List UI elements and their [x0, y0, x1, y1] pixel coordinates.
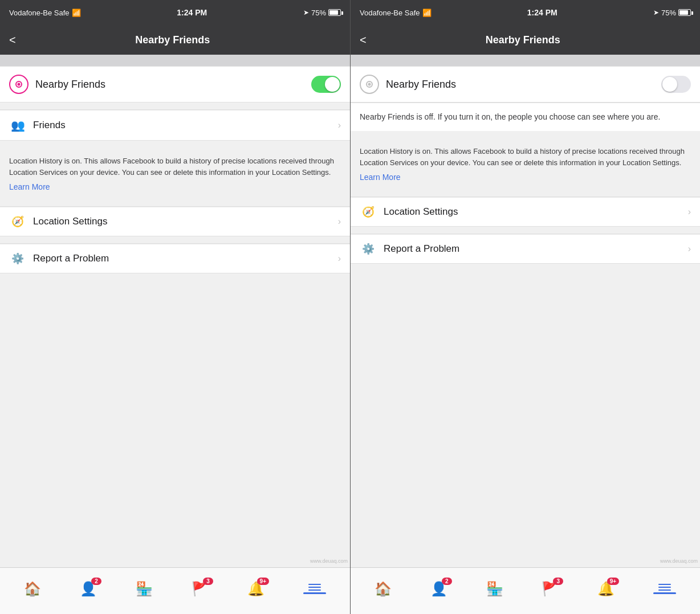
friends-row-left[interactable]: 👥 Friends › — [0, 110, 350, 140]
flag-badge-left: 3 — [203, 578, 213, 585]
toggle-switch-right[interactable] — [661, 76, 691, 93]
nav-bell-left[interactable]: 🔔 9+ — [243, 579, 269, 599]
active-bar-right — [653, 592, 676, 594]
store-icon-left: 🏪 — [136, 581, 153, 597]
nav-friends-left[interactable]: 👤 2 — [75, 579, 101, 599]
bell-badge-left: 9+ — [257, 578, 269, 585]
spacer-left — [0, 273, 350, 567]
status-right-right: ➤ 75% — [653, 9, 691, 17]
nav-home-right[interactable]: 🏠 — [370, 579, 396, 599]
nearby-dot-right — [366, 81, 373, 88]
nearby-dot-left — [15, 81, 22, 88]
info-text-right: Nearby Friends is off. If you turn it on… — [351, 103, 700, 131]
report-section-left: ⚙️ Report a Problem › — [0, 243, 350, 273]
location-row-left[interactable]: 🧭 Location Settings › — [0, 207, 350, 236]
watermark-left: www.deuaq.com — [310, 558, 348, 564]
nav-store-left[interactable]: 🏪 — [131, 579, 157, 599]
spacer-right — [351, 264, 700, 567]
location-chevron-left: › — [338, 216, 341, 227]
location-icon-menu-right: 🧭 — [360, 206, 377, 218]
location-section-left: 🧭 Location Settings › — [0, 206, 350, 236]
learn-more-left[interactable]: Learn More — [9, 182, 341, 191]
status-left-right: Vodafone-Be Safe 📶 — [360, 9, 432, 17]
battery-icon-right — [678, 9, 691, 16]
watermark-right: www.deuaq.com — [660, 558, 698, 564]
location-label-right: Location Settings — [384, 206, 688, 218]
back-button-left[interactable]: < — [9, 34, 16, 47]
report-chevron-left: › — [338, 253, 341, 264]
nav-flag-left[interactable]: 🚩 3 — [187, 579, 213, 599]
bottom-nav-right: 🏠 👤 2 🏪 🚩 3 🔔 9+ — [351, 567, 700, 614]
left-panel: Vodafone-Be Safe 📶 1:24 PM ➤ 75% < Nearb… — [0, 0, 350, 614]
nav-title-right: Nearby Friends — [376, 34, 670, 46]
report-section-right: ⚙️ Report a Problem › — [351, 234, 700, 264]
battery-icon-left — [328, 9, 341, 16]
carrier-right: Vodafone-Be Safe — [360, 9, 420, 17]
content-right: Nearby Friends Nearby Friends is off. If… — [351, 55, 700, 567]
back-button-right[interactable]: < — [360, 34, 367, 47]
battery-percent-right: 75% — [661, 9, 676, 17]
location-chevron-right: › — [688, 207, 691, 217]
battery-percent-left: 75% — [311, 9, 326, 17]
time-left: 1:24 PM — [177, 8, 207, 17]
gap1-left — [0, 103, 350, 109]
status-bar-right: Vodafone-Be Safe 📶 1:24 PM ➤ 75% — [351, 0, 700, 25]
status-right-left: ➤ 75% — [303, 9, 341, 17]
home-icon-left: 🏠 — [24, 581, 41, 597]
location-icon-left: ➤ — [303, 9, 309, 17]
carrier-left: Vodafone-Be Safe — [9, 9, 70, 17]
toggle-thumb-left — [325, 77, 340, 92]
gap4-left — [0, 236, 350, 243]
nav-bar-left: < Nearby Friends — [0, 25, 350, 55]
nav-flag-right[interactable]: 🚩 3 — [537, 579, 563, 599]
toggle-label-left: Nearby Friends — [35, 79, 311, 91]
top-gray-right — [351, 55, 700, 66]
toggle-label-right: Nearby Friends — [386, 79, 661, 91]
bell-badge-right: 9+ — [607, 578, 619, 585]
location-icon-menu-left: 🧭 — [9, 215, 26, 228]
nearby-icon-left — [9, 75, 29, 94]
desc-section-right: Location History is on. This allows Face… — [351, 138, 700, 190]
menu-icon-right — [658, 584, 671, 591]
nav-bar-right: < Nearby Friends — [351, 25, 700, 55]
time-right: 1:24 PM — [527, 8, 557, 17]
desc-text-left: Location History is on. This allows Face… — [9, 157, 334, 177]
desc-section-left: Location History is on. This allows Face… — [0, 148, 350, 199]
nearby-icon-right — [360, 75, 379, 94]
menu-icon-left — [308, 584, 321, 591]
report-row-right[interactable]: ⚙️ Report a Problem › — [351, 234, 700, 263]
location-row-right[interactable]: 🧭 Location Settings › — [351, 197, 700, 226]
home-icon-right: 🏠 — [375, 581, 392, 597]
report-chevron-right: › — [688, 244, 691, 254]
gap2-left — [0, 141, 350, 148]
status-left-left: Vodafone-Be Safe 📶 — [9, 9, 81, 17]
nav-title-left: Nearby Friends — [25, 34, 320, 46]
learn-more-right[interactable]: Learn More — [360, 173, 691, 182]
toggle-switch-left[interactable] — [311, 76, 341, 93]
nav-menu-left[interactable] — [299, 582, 331, 596]
desc-text-right: Location History is on. This allows Face… — [360, 147, 685, 167]
location-icon-right: ➤ — [653, 9, 659, 17]
top-gray-left — [0, 55, 350, 66]
nav-friends-right[interactable]: 👤 2 — [426, 579, 452, 599]
report-label-right: Report a Problem — [384, 243, 688, 255]
toggle-row-left: Nearby Friends — [0, 67, 350, 102]
gap3-right — [351, 190, 700, 197]
nav-store-right[interactable]: 🏪 — [482, 579, 508, 599]
gap4-right — [351, 227, 700, 234]
right-panel: Vodafone-Be Safe 📶 1:24 PM ➤ 75% < Nearb… — [350, 0, 700, 614]
friends-chevron-left: › — [338, 120, 341, 130]
active-bar-left — [303, 592, 326, 594]
toggle-row-right: Nearby Friends — [351, 67, 700, 102]
report-icon-right: ⚙️ — [360, 243, 377, 255]
report-label-left: Report a Problem — [33, 253, 338, 264]
friends-icon-left: 👥 — [9, 118, 26, 132]
friends-badge-right: 2 — [442, 578, 452, 585]
report-row-left[interactable]: ⚙️ Report a Problem › — [0, 244, 350, 273]
nav-bell-right[interactable]: 🔔 9+ — [593, 579, 619, 599]
nav-home-left[interactable]: 🏠 — [19, 579, 46, 599]
toggle-thumb-right — [662, 77, 677, 92]
friends-badge-left: 2 — [91, 578, 101, 585]
bottom-nav-left: 🏠 👤 2 🏪 🚩 3 🔔 9+ — [0, 567, 350, 614]
nav-menu-right[interactable] — [649, 582, 681, 596]
